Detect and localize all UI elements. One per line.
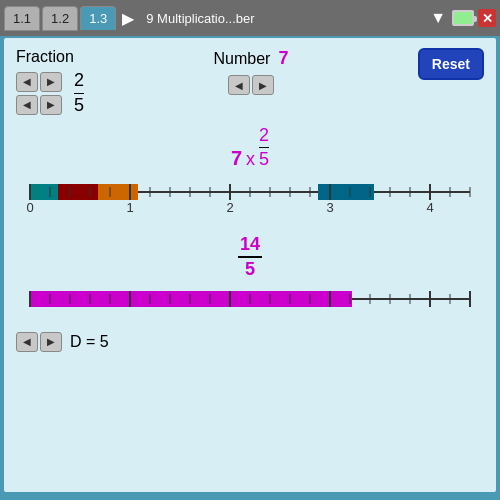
- fraction-numerator-right[interactable]: ▶: [40, 72, 62, 92]
- segment-darkred: [58, 184, 98, 200]
- fraction-label: Fraction: [16, 48, 74, 65]
- d-left-arrow[interactable]: ◀: [16, 332, 38, 352]
- eq-times: x: [246, 149, 255, 170]
- number-arrows: ◀ ▶: [228, 75, 274, 95]
- top-icons: ✕: [452, 9, 496, 27]
- eq-frac-denominator: 5: [259, 149, 269, 170]
- number-line-1-svg: 0 1 2 3: [16, 174, 484, 216]
- fraction-denominator-arrows: ◀ ▶: [16, 95, 62, 115]
- svg-text:0: 0: [26, 200, 33, 215]
- doc-title: 9 Multiplicatio...ber: [140, 11, 424, 26]
- eq-frac-line: [259, 147, 269, 149]
- d-value: D = 5: [70, 333, 109, 351]
- fraction-numerator-arrows: ◀ ▶: [16, 72, 62, 92]
- result-fraction: 14 5: [16, 234, 484, 280]
- battery-icon: [452, 10, 474, 26]
- nav-forward-arrow[interactable]: ▶: [118, 9, 138, 28]
- number-value: 7: [278, 48, 288, 69]
- main-content: Fraction ◀ ▶ ◀ ▶ 2 5: [4, 38, 496, 492]
- fraction-numerator-left[interactable]: ◀: [16, 72, 38, 92]
- close-button[interactable]: ✕: [478, 9, 496, 27]
- svg-text:2: 2: [226, 200, 233, 215]
- fraction-input-row: ◀ ▶ ◀ ▶ 2 5: [16, 70, 84, 117]
- fraction-line: [74, 93, 84, 95]
- bottom-control: ◀ ▶ D = 5: [16, 332, 484, 352]
- fraction-numerator: 2: [74, 70, 84, 92]
- number-line-2: [16, 284, 484, 318]
- tab-1-3[interactable]: 1.3: [80, 6, 116, 30]
- result-denominator: 5: [245, 259, 255, 280]
- fraction-denominator: 5: [74, 95, 84, 117]
- number-control: Number 7 ◀ ▶: [213, 48, 288, 95]
- equation-area: 7 x 2 5: [16, 125, 484, 171]
- result-numerator: 14: [240, 234, 260, 255]
- svg-text:1: 1: [126, 200, 133, 215]
- segment-orange: [98, 184, 138, 200]
- tab-1-1[interactable]: 1.1: [4, 6, 40, 31]
- segment-teal2: [318, 184, 374, 200]
- fraction-control: Fraction ◀ ▶ ◀ ▶ 2 5: [16, 48, 84, 117]
- controls-row: Fraction ◀ ▶ ◀ ▶ 2 5: [16, 48, 484, 117]
- result-bar: [30, 291, 352, 307]
- number-label: Number: [213, 50, 270, 68]
- number-label-row: Number 7: [213, 48, 288, 69]
- number-line-1: 0 1 2 3: [16, 174, 484, 220]
- tab-1-2[interactable]: 1.2: [42, 6, 78, 31]
- result-line: [238, 256, 262, 258]
- eq-multiplier: 7: [231, 147, 242, 170]
- top-bar: 1.1 1.2 1.3 ▶ 9 Multiplicatio...ber ▼ ✕: [0, 0, 500, 36]
- d-right-arrow[interactable]: ▶: [40, 332, 62, 352]
- eq-fraction: 2 5: [259, 125, 269, 171]
- eq-frac-numerator: 2: [259, 125, 269, 146]
- reset-button[interactable]: Reset: [418, 48, 484, 80]
- d-arrows: ◀ ▶: [16, 332, 62, 352]
- number-line-2-svg: [16, 284, 484, 314]
- fraction-denominator-right[interactable]: ▶: [40, 95, 62, 115]
- segment-teal: [30, 184, 58, 200]
- svg-text:4: 4: [426, 200, 433, 215]
- fraction-display: 2 5: [74, 70, 84, 117]
- fraction-denominator-left[interactable]: ◀: [16, 95, 38, 115]
- dropdown-arrow[interactable]: ▼: [426, 9, 450, 27]
- number-left-arrow[interactable]: ◀: [228, 75, 250, 95]
- svg-text:3: 3: [326, 200, 333, 215]
- number-right-arrow[interactable]: ▶: [252, 75, 274, 95]
